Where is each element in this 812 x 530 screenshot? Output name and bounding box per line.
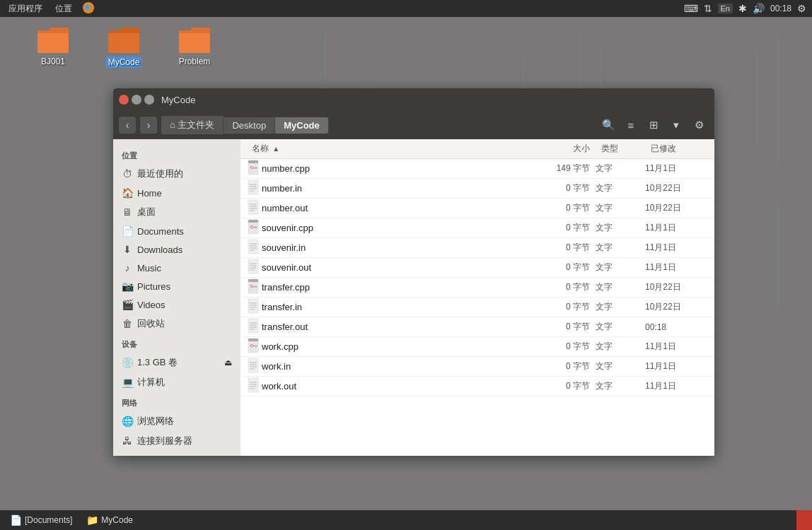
window-close-button[interactable] [119,95,129,105]
eject-icon[interactable]: ⏏ [224,358,232,367]
file-row[interactable]: work.out0 字节文字11月1日 [240,377,714,396]
file-row[interactable]: C++ transfer.cpp0 字节文字10月22日 [240,278,714,298]
sidebar-item-browse-network[interactable]: 🌐 浏览网络 [113,411,240,431]
sidebar-item-documents[interactable]: 📄 Documents [113,222,240,240]
sort-button[interactable]: ▾ [666,115,686,135]
sort-arrow-icon: ▲ [272,145,279,153]
file-type: 文字 [596,380,645,392]
menu-button[interactable]: ⚙ [689,115,709,135]
svg-rect-34 [248,259,258,273]
file-row[interactable]: souvenir.out0 字节文字11月1日 [240,258,714,278]
desktop-icon-bj001[interactable]: BJ001 [28,25,78,68]
sidebar-item-videos[interactable]: 🎬 Videos [113,295,240,314]
column-type-header[interactable]: 类型 [596,140,645,158]
file-row[interactable]: souvenir.in0 字节文字11月1日 [240,238,714,258]
file-list-header: 名称 ▲ 大小 类型 已修改 [240,139,714,159]
svg-rect-59 [248,358,258,372]
file-row[interactable]: transfer.in0 字节文字10月22日 [240,298,714,317]
location-menu[interactable]: 位置 [50,3,78,15]
file-date: 11月1日 [645,222,709,234]
desktop-icon-mycode-label: MyCode [106,57,142,68]
window-toolbar: ‹ › ⌂ 主文件夹 Desktop MyCode 🔍 ≡ ⊞ ▾ ⚙ [113,111,714,139]
file-size: 149 字节 [539,163,596,175]
svg-rect-64 [248,378,258,392]
documents-icon: 📄 [122,225,133,237]
taskbar-documents-item[interactable]: 📄 [Documents] [3,512,79,528]
file-icon [246,358,262,375]
taskbar-files-icon: 📄 [10,514,22,526]
home-sidebar-icon: 🏠 [122,187,133,199]
svg-rect-40 [248,279,258,282]
column-name-header[interactable]: 名称 ▲ [246,140,539,158]
list-view-button[interactable]: ≡ [621,115,641,135]
sidebar-item-pictures[interactable]: 📷 Pictures [113,277,240,295]
desktop-icon-problem[interactable]: Problem [170,25,219,68]
file-row[interactable]: C++ number.cpp149 字节文字11月1日 [240,159,714,179]
home-icon: ⌂ [170,119,175,130]
file-row[interactable]: C++ work.cpp0 字节文字11月1日 [240,337,714,357]
file-size: 0 字节 [539,301,596,313]
file-type: 文字 [596,360,645,372]
sidebar-item-computer[interactable]: 💻 计算机 [113,372,240,392]
settings-icon[interactable]: ⚙ [797,3,806,14]
file-row[interactable]: number.out0 字节文字10月22日 [240,199,714,218]
language-indicator[interactable]: En [718,4,733,13]
file-date: 11月1日 [645,341,709,353]
file-row[interactable]: work.in0 字节文字11月1日 [240,357,714,377]
sidebar-item-connect-server[interactable]: 🖧 连接到服务器 [113,431,240,451]
column-size-header[interactable]: 大小 [539,140,596,158]
volume-icon: 🔊 [753,3,765,14]
keyboard-icon: ⌨ [684,3,698,14]
breadcrumb-mycode[interactable]: MyCode [275,117,329,134]
file-size: 0 字节 [539,222,596,234]
svg-rect-29 [248,240,258,254]
taskbar-top: 应用程序 位置 ⌨ ⇅ En ✱ 🔊 00:18 ⚙ [0,0,812,17]
taskbar-mycode-label: MyCode [101,515,133,525]
file-row[interactable]: number.in0 字节文字10月22日 [240,179,714,199]
file-row[interactable]: C++ souvenir.cpp0 字节文字11月1日 [240,218,714,238]
sidebar-item-disk[interactable]: 💿 1.3 GB 卷 ⏏ [113,353,240,372]
forward-button[interactable]: › [140,117,157,134]
sidebar-item-music[interactable]: ♪ Music [113,259,240,277]
back-button[interactable]: ‹ [119,117,136,134]
file-name: work.out [262,381,539,391]
window-minimize-button[interactable] [132,95,141,105]
firefox-icon[interactable] [82,1,95,16]
music-icon: ♪ [122,262,133,273]
file-date: 11月1日 [645,380,709,392]
window-title: MyCode [161,95,195,105]
file-date: 11月1日 [645,360,709,372]
window-titlebar: MyCode [113,88,714,111]
desktop-icon-mycode[interactable]: MyCode [99,25,149,68]
file-row[interactable]: transfer.out0 字节文字00:18 [240,317,714,337]
file-type: 文字 [596,261,645,273]
file-name: transfer.in [262,302,539,312]
sidebar-item-home[interactable]: 🏠 Home [113,184,240,202]
grid-view-button[interactable]: ⊞ [644,115,663,135]
file-type: 文字 [596,341,645,353]
app-menu[interactable]: 应用程序 [3,3,48,15]
downloads-icon: ⬇ [122,244,133,255]
window-maximize-button[interactable] [144,95,154,105]
file-name: number.cpp [262,163,539,174]
breadcrumb-desktop[interactable]: Desktop [224,117,275,134]
sidebar-item-trash[interactable]: 🗑 回收站 [113,314,240,334]
sidebar-item-downloads[interactable]: ⬇ Downloads [113,240,240,259]
file-date: 10月22日 [645,301,709,313]
sidebar-item-recent[interactable]: ⏱ 最近使用的 [113,164,240,184]
breadcrumb: ⌂ 主文件夹 Desktop MyCode [161,116,594,134]
column-modified-header[interactable]: 已修改 [645,140,709,158]
taskbar-mycode-item[interactable]: 📁 MyCode [79,512,140,528]
file-name: work.in [262,361,539,372]
file-name: transfer.out [262,322,539,332]
svg-rect-55 [248,338,258,341]
taskbar-end-button[interactable] [796,510,812,530]
sidebar-section-network: 网络 [113,392,240,411]
file-size: 0 字节 [539,261,596,273]
sidebar-item-desktop[interactable]: 🖥 桌面 [113,202,240,222]
file-date: 00:18 [645,322,709,332]
breadcrumb-home[interactable]: ⌂ 主文件夹 [161,116,224,134]
file-type: 文字 [596,222,645,234]
search-button[interactable]: 🔍 [598,115,618,135]
window-content: 位置 ⏱ 最近使用的 🏠 Home 🖥 桌面 📄 Documents ⬇ Dow… [113,139,714,456]
